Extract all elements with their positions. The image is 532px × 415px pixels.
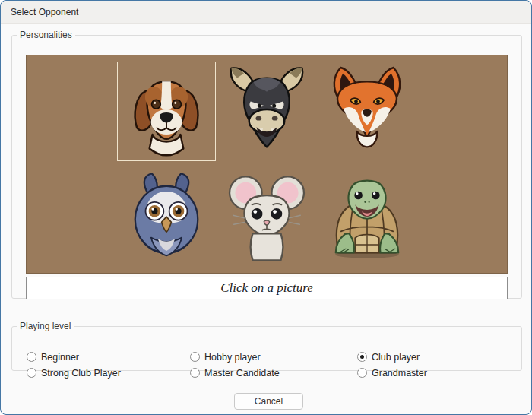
personalities-row-2 xyxy=(116,166,417,268)
personalities-group: Personalities xyxy=(11,30,522,299)
radio-grandmaster[interactable]: Grandmaster xyxy=(357,367,427,379)
playing-level-column-2: Hobby player Master Candidate xyxy=(190,351,280,379)
radio-label-master-candidate: Master Candidate xyxy=(204,368,280,379)
personality-turtle[interactable] xyxy=(317,166,417,268)
personalities-board xyxy=(26,55,508,274)
radio-label-grandmaster: Grandmaster xyxy=(372,368,427,379)
caption-text: Click on a picture xyxy=(220,280,313,296)
cancel-button[interactable]: Cancel xyxy=(234,393,303,410)
fox-icon xyxy=(323,63,411,159)
bull-icon xyxy=(221,63,312,159)
radio-strong-club-player[interactable]: Strong Club Player xyxy=(27,367,121,379)
titlebar[interactable]: Select Opponent xyxy=(1,1,531,24)
personality-mouse[interactable] xyxy=(217,166,317,268)
window-title: Select Opponent xyxy=(11,7,78,17)
radio-beginner[interactable]: Beginner xyxy=(27,351,121,363)
mouse-icon xyxy=(224,172,309,263)
playing-level-column-3: Club player Grandmaster xyxy=(357,351,427,379)
turtle-icon xyxy=(323,174,411,261)
radio-label-beginner: Beginner xyxy=(41,352,79,363)
dog-icon xyxy=(122,63,211,159)
radio-label-club-player: Club player xyxy=(372,352,420,363)
radio-circle-master-candidate xyxy=(190,368,200,378)
radio-hobby-player[interactable]: Hobby player xyxy=(190,351,280,363)
playing-level-group-label: Playing level xyxy=(17,321,74,331)
radio-circle-grandmaster xyxy=(357,368,367,378)
personalities-group-label: Personalities xyxy=(17,30,75,40)
playing-level-column-1: Beginner Strong Club Player xyxy=(27,351,121,379)
radio-circle-club-player xyxy=(357,352,367,362)
select-opponent-dialog: Select Opponent Personalities xyxy=(0,0,532,415)
personality-owl[interactable] xyxy=(116,166,217,268)
radio-master-candidate[interactable]: Master Candidate xyxy=(190,367,280,379)
radio-club-player[interactable]: Club player xyxy=(357,351,427,363)
personality-bull[interactable] xyxy=(217,61,317,162)
playing-level-group: Playing level Beginner Strong Club Playe… xyxy=(11,321,522,371)
personality-dog[interactable] xyxy=(116,61,217,162)
personality-fox[interactable] xyxy=(317,61,417,162)
owl-icon xyxy=(125,172,208,263)
radio-circle-strong-club-player xyxy=(27,368,36,378)
radio-circle-hobby-player xyxy=(190,352,200,362)
radio-circle-beginner xyxy=(27,352,36,362)
personalities-row-1 xyxy=(116,61,417,162)
caption-bar: Click on a picture xyxy=(26,277,508,299)
radio-label-hobby-player: Hobby player xyxy=(204,352,261,363)
radio-label-strong-club-player: Strong Club Player xyxy=(41,368,121,379)
